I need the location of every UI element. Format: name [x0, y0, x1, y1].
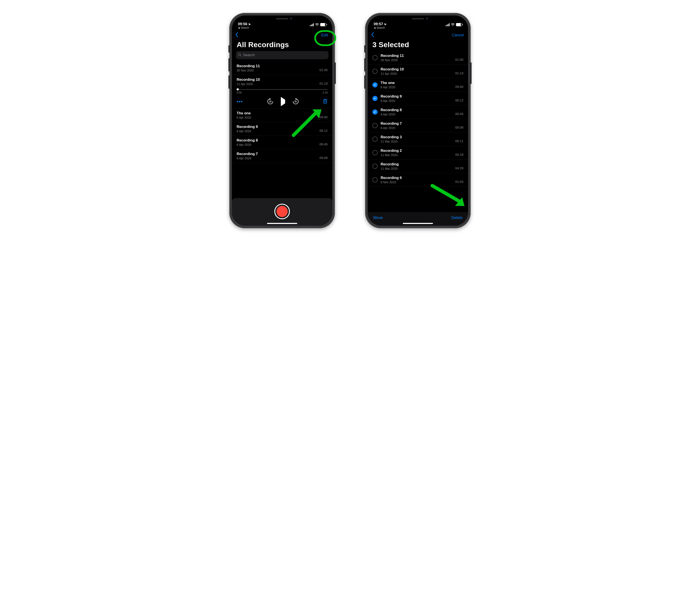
recording-name: Recording 2: [381, 149, 452, 153]
selection-checkbox[interactable]: [372, 123, 378, 128]
recording-name: Recording 10: [381, 67, 452, 72]
trash-icon[interactable]: [323, 98, 328, 105]
recording-date: 11 Apr 2020: [237, 82, 316, 86]
move-button[interactable]: Move: [373, 216, 383, 220]
recording-name: Recording 9: [381, 94, 452, 98]
recording-row[interactable]: Recording11 Mar 202004:29: [368, 160, 468, 173]
recording-name: Recording 6: [381, 176, 452, 180]
recording-name: Recording 11: [237, 64, 316, 68]
recording-row[interactable]: Recording 86 Apr 2020 06:45: [232, 136, 332, 149]
recording-row[interactable]: The one6 Apr 202009:40: [368, 78, 468, 92]
selection-checkbox[interactable]: [372, 82, 378, 87]
selection-checkbox[interactable]: [372, 137, 378, 142]
recording-duration: 01:19: [319, 82, 328, 86]
recording-date: 6 Apr 2020: [237, 143, 316, 146]
recording-date: 11 Mar 2020: [381, 167, 452, 170]
selection-checkbox[interactable]: [372, 164, 378, 169]
selection-checkbox[interactable]: [372, 150, 378, 155]
recording-row[interactable]: Recording 11 26 Nov 2020 01:30: [232, 61, 332, 75]
cancel-button[interactable]: Cancel: [452, 33, 464, 37]
recording-duration: 01:19: [455, 71, 463, 75]
remaining-time: -1:19: [322, 91, 328, 94]
recording-duration: 05:08: [319, 156, 328, 160]
mute-switch: [364, 45, 366, 53]
status-indicators: [310, 23, 326, 26]
more-icon[interactable]: •••: [237, 99, 243, 105]
wifi-icon: [451, 23, 455, 26]
battery-icon: [456, 23, 462, 26]
recording-duration: 09:40: [455, 85, 463, 89]
location-icon: ➤: [384, 22, 387, 26]
search-input[interactable]: Search: [236, 51, 328, 59]
recording-name: Recording 8: [381, 108, 452, 112]
play-icon: [281, 97, 285, 106]
volume-down-button: [364, 75, 366, 89]
recording-row[interactable]: Recording 86 Apr 202006:45: [368, 105, 468, 119]
recording-date: 11 Apr 2020: [381, 72, 452, 75]
selection-checkbox[interactable]: [372, 55, 378, 60]
record-button[interactable]: [274, 204, 290, 219]
edit-button[interactable]: Edit: [321, 33, 328, 37]
scrubber[interactable]: [237, 89, 328, 90]
recording-row[interactable]: Recording 96 Apr 2020 06:12: [232, 122, 332, 136]
recording-row[interactable]: Recording 1011 Apr 202001:19: [368, 65, 468, 78]
phone-left: 09:56 ➤ ◀ Search Edit All Recordings Sea…: [229, 13, 335, 228]
recording-name: Recording 8: [237, 138, 316, 143]
play-button[interactable]: [281, 100, 285, 104]
recording-duration: 05:08: [455, 125, 463, 130]
skip-back-15-icon[interactable]: [267, 98, 273, 105]
recording-duration: 01:30: [455, 58, 463, 62]
scrubber-knob[interactable]: [237, 88, 239, 90]
status-indicators: [446, 23, 462, 26]
recording-duration: 01:03: [455, 180, 463, 184]
recording-name: Recording 9: [237, 125, 316, 129]
selection-checkbox[interactable]: [372, 177, 378, 182]
home-indicator[interactable]: [403, 223, 433, 224]
notch: [260, 16, 305, 22]
recording-row[interactable]: Recording 76 Apr 202005:08: [368, 119, 468, 133]
recording-duration: 06:45: [319, 142, 328, 146]
mute-switch: [228, 45, 230, 53]
recording-row-expanded[interactable]: Recording 10 11 Apr 2020 01:19: [232, 75, 332, 87]
recording-row[interactable]: Recording 76 Apr 2020 05:08: [232, 149, 332, 163]
recordings-list-selectable[interactable]: Recording 1126 Nov 202001:30Recording 10…: [368, 51, 468, 212]
record-dot-icon: [276, 206, 288, 217]
breadcrumb-back[interactable]: ◀ Search: [232, 26, 332, 29]
selection-checkbox[interactable]: [372, 96, 378, 101]
recording-row[interactable]: Recording 68 Nov 201901:03: [368, 173, 468, 187]
recording-duration: 00:11: [455, 139, 463, 143]
selection-checkbox[interactable]: [372, 69, 378, 74]
selection-checkbox[interactable]: [372, 109, 378, 115]
recording-date: 26 Nov 2020: [381, 58, 452, 62]
phone-right: 09:57 ➤ ◀ Search Cancel 3 Selected Recor…: [365, 13, 471, 228]
cellular-icon: [310, 23, 314, 26]
wifi-icon: [315, 23, 319, 26]
recording-row[interactable]: Recording 311 Mar 202000:11: [368, 133, 468, 146]
back-button[interactable]: [235, 32, 239, 38]
home-indicator[interactable]: [267, 223, 297, 224]
recording-row[interactable]: Recording 96 Apr 202006:12: [368, 92, 468, 105]
skip-forward-15-icon[interactable]: [293, 98, 299, 105]
recording-duration: 09:40: [319, 115, 328, 119]
delete-button[interactable]: Delete: [451, 216, 462, 220]
back-button[interactable]: [371, 32, 375, 38]
search-placeholder: Search: [243, 53, 255, 57]
recording-name: Recording 7: [237, 152, 316, 156]
recordings-list[interactable]: Recording 11 26 Nov 2020 01:30 Recording…: [232, 61, 332, 198]
recording-row[interactable]: Recording 211 Mar 202000:18: [368, 146, 468, 160]
power-button: [470, 62, 472, 84]
recording-row[interactable]: Recording 1126 Nov 202001:30: [368, 51, 468, 65]
recording-duration: 04:29: [455, 166, 463, 170]
recording-row[interactable]: The one6 Apr 2020 09:40: [232, 109, 332, 122]
recording-name: Recording 11: [381, 54, 452, 58]
breadcrumb-back[interactable]: ◀ Search: [368, 26, 468, 29]
recording-duration: 06:12: [455, 98, 463, 103]
battery-icon: [320, 23, 326, 26]
recording-date: 6 Apr 2020: [381, 113, 452, 116]
status-time: 09:56: [238, 22, 247, 26]
recording-date: 11 Mar 2020: [381, 153, 452, 157]
recording-date: 11 Mar 2020: [381, 140, 452, 143]
recording-date: 6 Apr 2020: [381, 85, 452, 89]
volume-up-button: [364, 58, 366, 72]
page-title: 3 Selected: [368, 39, 468, 51]
